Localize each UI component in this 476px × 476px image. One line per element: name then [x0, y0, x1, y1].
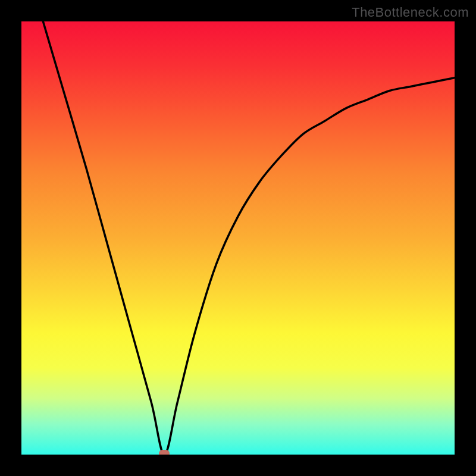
bottleneck-curve — [21, 21, 455, 455]
watermark-text: TheBottleneck.com — [352, 5, 469, 20]
optimum-marker — [159, 450, 170, 455]
plot-area — [21, 21, 455, 455]
chart-frame: TheBottleneck.com — [0, 0, 476, 476]
